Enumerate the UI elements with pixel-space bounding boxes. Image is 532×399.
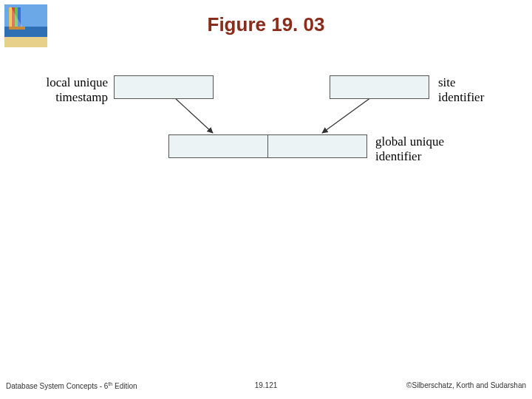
footer-copyright: ©Silberschatz, Korth and Sudarshan: [406, 381, 526, 389]
svg-rect-2: [4, 37, 47, 47]
label-line: timestamp: [55, 90, 108, 104]
footer: Database System Concepts - 6th Edition 1…: [0, 381, 532, 393]
svg-line-10: [322, 98, 371, 133]
label-line: global unique: [375, 134, 444, 149]
box-global-right: [267, 134, 367, 158]
svg-line-9: [174, 98, 213, 133]
label-line: site: [438, 75, 456, 89]
box-local-timestamp: [114, 75, 214, 99]
label-line: identifier: [438, 90, 484, 104]
page-title: Figure 19. 03: [0, 13, 532, 36]
label-site-identifier: site identifier: [438, 75, 484, 104]
diagram: local unique timestamp site identifier g…: [35, 74, 497, 177]
label-line: identifier: [375, 149, 421, 163]
label-line: local unique: [46, 75, 108, 89]
label-local-timestamp: local unique timestamp: [35, 75, 108, 104]
box-global-left: [168, 134, 268, 158]
box-site-identifier: [330, 75, 429, 99]
label-global-identifier: global unique identifier: [375, 134, 444, 163]
